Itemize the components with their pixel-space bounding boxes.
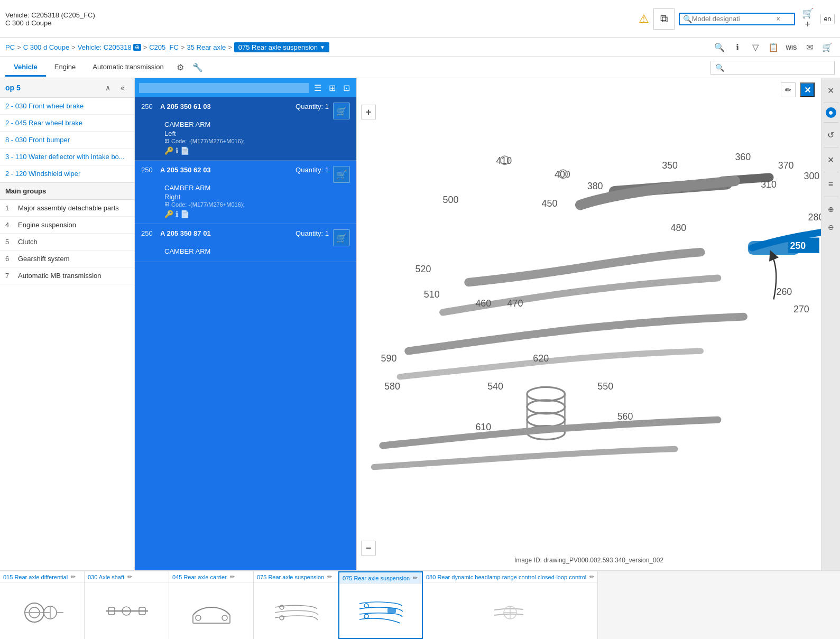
part-1-code-note: ⊞ Code: -(M177/M276+M016); — [141, 201, 350, 208]
sidebar-item-4[interactable]: 2 - 120 Windshield wiper — [0, 165, 134, 182]
wis-icon[interactable]: WIS — [784, 40, 799, 55]
sidebar-group-3[interactable]: 6 Gearshift system — [0, 251, 134, 267]
parts-search-input[interactable] — [139, 83, 309, 93]
rt-zoomout-button[interactable]: ⊖ — [823, 219, 839, 235]
part-2-cart-button[interactable]: 🛒 — [333, 229, 350, 246]
breadcrumb-sep-1: > — [17, 43, 21, 51]
thumb-item-5[interactable]: 080 Rear dynamic headlamp range control … — [423, 571, 598, 639]
sidebar-item-1[interactable]: 2 - 045 Rear wheel brake — [0, 115, 134, 132]
sidebar-close-btn[interactable]: « — [116, 81, 129, 94]
thumb-item-3[interactable]: 075 Rear axle suspension ✏ — [254, 571, 338, 639]
part-1-table-icon[interactable]: ⊞ — [164, 201, 169, 208]
part-1-info-icon[interactable]: ℹ — [176, 210, 178, 218]
svg-text:560: 560 — [617, 411, 633, 422]
parts-header: ☰ ⊞ ⊡ — [135, 78, 356, 97]
document-icon[interactable]: 📋 — [766, 40, 781, 55]
thumb-4-edit-icon[interactable]: ✏ — [413, 575, 418, 581]
svg-rect-58 — [387, 608, 396, 613]
breadcrumb-vehicle[interactable]: Vehicle: C205318 ⊕ — [78, 43, 141, 51]
sidebar-controls: ∧ « — [101, 81, 129, 94]
parts-list-icon[interactable]: ☰ — [312, 82, 324, 94]
cart-icon[interactable]: 🛒 — [820, 40, 835, 55]
language-badge[interactable]: en — [820, 14, 835, 24]
thumb-item-4[interactable]: 075 Rear axle suspension ✏ — [338, 571, 423, 639]
sidebar-item-0[interactable]: 2 - 030 Front wheel brake — [0, 98, 134, 115]
svg-text:460: 460 — [475, 298, 491, 309]
thumb-1-img — [85, 583, 169, 639]
thumb-0-edit-icon[interactable]: ✏ — [71, 573, 76, 580]
rt-history-button[interactable]: ↺ — [823, 127, 839, 143]
part-0-info-icon[interactable]: ℹ — [176, 146, 178, 155]
diagram-image-id: Image ID: drawing_PV000.002.593.340_vers… — [514, 557, 663, 564]
copy-button[interactable]: ⧉ — [653, 8, 675, 30]
thumb-2-label: 045 Rear axle carrier ✏ — [169, 571, 253, 583]
breadcrumb-sep-4: > — [181, 43, 185, 51]
tab-wrench-icon[interactable]: 🔧 — [188, 60, 207, 75]
vehicle-label: Vehicle: C205318 (C205_FC) — [5, 11, 95, 19]
thumb-5-img — [423, 583, 597, 639]
part-0-table-icon[interactable]: ⊞ — [164, 137, 169, 144]
breadcrumb-bar: PC > C 300 d Coupe > Vehicle: C205318 ⊕ … — [0, 38, 840, 57]
breadcrumb-sep-2: > — [71, 43, 76, 51]
parts-fullscreen-icon[interactable]: ⊡ — [341, 82, 352, 94]
svg-text:310: 310 — [761, 179, 777, 190]
diagram-close-button[interactable]: ✕ — [800, 82, 815, 97]
cart-add-button[interactable]: 🛒+ — [799, 11, 816, 27]
diagram-edit-button[interactable]: ✏ — [781, 82, 796, 97]
thumb-1-edit-icon[interactable]: ✏ — [127, 573, 132, 580]
thumb-item-0[interactable]: 015 Rear axle differential ✏ — [0, 571, 85, 639]
sidebar-group-0[interactable]: 1 Major assembly detachable parts — [0, 200, 134, 217]
parts-expand-icon[interactable]: ⊞ — [327, 82, 338, 94]
breadcrumb-rearaxle[interactable]: 35 Rear axle — [187, 43, 226, 51]
thumb-5-edit-icon[interactable]: ✏ — [589, 573, 594, 580]
part-1-doc-icon[interactable]: 📄 — [180, 210, 189, 218]
sidebar-group-2[interactable]: 5 Clutch — [0, 234, 134, 251]
part-item-0-top: 250 A 205 350 61 03 Quantity: 1 🛒 — [141, 103, 350, 119]
tab-engine[interactable]: Engine — [46, 59, 84, 77]
sidebar-item-2[interactable]: 8 - 030 Front bumper — [0, 132, 134, 149]
model-label: C 300 d Coupe — [5, 19, 95, 27]
thumb-item-2[interactable]: 045 Rear axle carrier ✏ — [169, 571, 254, 639]
rt-close-button[interactable]: ✕ — [823, 82, 839, 98]
tab-search-input[interactable] — [728, 61, 834, 73]
part-item-0[interactable]: 250 A 205 350 61 03 Quantity: 1 🛒 CAMBER… — [135, 97, 356, 161]
sidebar-collapse-btn[interactable]: ∧ — [101, 81, 114, 94]
part-1-cart-button[interactable]: 🛒 — [333, 166, 350, 183]
rt-divider-2 — [824, 122, 838, 123]
part-item-2[interactable]: 250 A 205 350 87 01 Quantity: 1 🛒 CAMBER… — [135, 224, 356, 262]
thumb-item-1[interactable]: 030 Axle shaft ✏ — [85, 571, 169, 639]
breadcrumb-model[interactable]: C 300 d Coupe — [23, 43, 69, 51]
mail-icon[interactable]: ✉ — [802, 40, 817, 55]
tab-gear-icon[interactable]: ⚙ — [172, 60, 188, 75]
part-item-1[interactable]: 250 A 205 350 62 03 Quantity: 1 🛒 CAMBER… — [135, 161, 356, 224]
breadcrumb-pc[interactable]: PC — [5, 43, 15, 51]
sidebar-group-4[interactable]: 7 Automatic MB transmission — [0, 267, 134, 284]
sidebar-item-3[interactable]: 3 - 110 Water deflector with intake bo..… — [0, 149, 134, 165]
breadcrumb-current[interactable]: 075 Rear axle suspension ▼ — [234, 42, 329, 52]
breadcrumb-fc[interactable]: C205_FC — [149, 43, 179, 51]
tab-automatic[interactable]: Automatic transmission — [84, 59, 172, 77]
sidebar-group-1[interactable]: 4 Engine suspension — [0, 217, 134, 234]
search-clear-icon[interactable]: × — [777, 15, 780, 23]
zoom-search-icon[interactable]: 🔍 — [712, 40, 727, 55]
rt-zoomin-button[interactable]: ⊕ — [823, 201, 839, 217]
header-search-input[interactable] — [692, 15, 777, 23]
rt-dot-button[interactable]: ● — [826, 107, 836, 118]
zoom-in-button[interactable]: + — [361, 105, 376, 119]
part-1-key-icon[interactable]: 🔑 — [164, 210, 173, 218]
tab-search-button[interactable]: 🔍 — [711, 61, 728, 74]
filter-icon[interactable]: ▽ — [748, 40, 763, 55]
part-1-icons: 🔑 ℹ 📄 — [141, 210, 350, 218]
tab-vehicle[interactable]: Vehicle — [5, 59, 46, 77]
part-0-cart-button[interactable]: 🛒 — [333, 103, 350, 119]
part-0-doc-icon[interactable]: 📄 — [180, 146, 189, 155]
svg-text:350: 350 — [662, 160, 678, 171]
rt-list-button[interactable]: ≡ — [823, 177, 839, 192]
thumb-2-edit-icon[interactable]: ✏ — [230, 573, 235, 580]
info-icon[interactable]: ℹ — [730, 40, 745, 55]
part-0-key-icon[interactable]: 🔑 — [164, 146, 173, 155]
alert-icon[interactable]: ⚠ — [639, 12, 649, 26]
thumb-3-edit-icon[interactable]: ✏ — [327, 573, 332, 580]
rt-x-button[interactable]: ✕ — [823, 152, 839, 168]
zoom-out-button[interactable]: − — [361, 541, 376, 555]
